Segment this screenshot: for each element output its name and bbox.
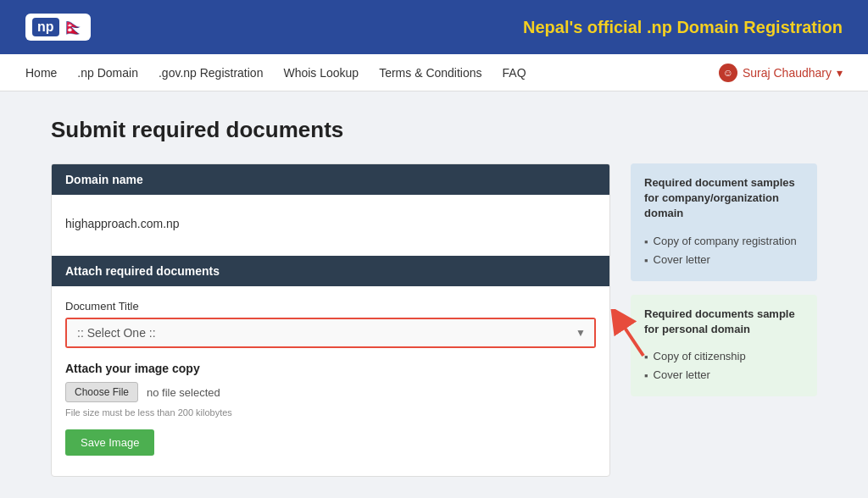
save-image-button[interactable]: Save Image: [65, 429, 154, 456]
domain-value: highapproach.com.np: [52, 208, 609, 239]
nav-whois-lookup[interactable]: Whois Lookup: [283, 66, 359, 80]
page-title: Submit required documents: [51, 117, 817, 143]
personal-box-title: Required documents sample for personal d…: [644, 307, 804, 337]
logo-flag: 🇳🇵: [63, 17, 84, 37]
nav-govnp-registration[interactable]: .gov.np Registration: [159, 66, 263, 80]
company-item-2: Cover letter: [644, 251, 804, 269]
nav-links: Home .np Domain .gov.np Registration Who…: [25, 66, 526, 80]
attach-image-section: Attach your image copy Choose File no fi…: [52, 348, 609, 456]
arrow-container: :: Select One :: ▼: [52, 318, 609, 348]
nav-terms-conditions[interactable]: Terms & Conditions: [379, 66, 481, 80]
content-area: Domain name highapproach.com.np Attach r…: [51, 163, 817, 477]
logo-box: np 🇳🇵: [25, 14, 91, 41]
user-menu[interactable]: ☺ Suraj Chaudhary ▾: [719, 64, 843, 82]
document-title-select[interactable]: :: Select One ::: [67, 319, 594, 346]
personal-items-list: Copy of citizenship Cover letter: [644, 347, 804, 385]
logo-np-text: np: [32, 18, 59, 36]
domain-name-section: Domain name highapproach.com.np: [52, 164, 609, 239]
attach-section-header: Attach required documents: [52, 256, 609, 286]
personal-item-1: Copy of citizenship: [644, 347, 804, 366]
domain-section-header: Domain name: [52, 164, 609, 195]
personal-info-box: Required documents sample for personal d…: [631, 295, 817, 396]
site-header: np 🇳🇵 Nepal's official .np Domain Regist…: [0, 0, 868, 54]
svg-line-1: [618, 318, 643, 356]
user-name: Suraj Chaudhary: [743, 66, 832, 80]
nav-faq[interactable]: FAQ: [503, 66, 526, 80]
main-content: Submit required documents Domain name hi…: [0, 91, 868, 498]
site-title: Nepal's official .np Domain Registration: [523, 18, 843, 37]
company-box-title: Required document samples for company/or…: [644, 175, 804, 222]
red-arrow-indicator: [609, 309, 652, 360]
attach-section: Attach required documents Document Title…: [52, 256, 609, 456]
navbar: Home .np Domain .gov.np Registration Who…: [0, 54, 868, 91]
file-size-note: File size must be less than 200 kilobyte…: [65, 407, 596, 418]
form-section: Domain name highapproach.com.np Attach r…: [51, 163, 610, 477]
company-items-list: Copy of company registration Cover lette…: [644, 232, 804, 269]
doc-title-label: Document Title: [52, 300, 609, 313]
sidebar: Required document samples for company/or…: [631, 163, 817, 477]
logo-area: np 🇳🇵: [25, 14, 91, 41]
file-input-row: Choose File no file selected: [65, 382, 596, 402]
nav-np-domain[interactable]: .np Domain: [77, 66, 138, 80]
document-select-wrapper: :: Select One :: ▼: [65, 318, 596, 348]
attach-image-title: Attach your image copy: [65, 362, 596, 375]
company-item-1: Copy of company registration: [644, 232, 804, 251]
personal-item-2: Cover letter: [644, 366, 804, 385]
choose-file-button[interactable]: Choose File: [65, 382, 138, 402]
user-icon: ☺: [719, 64, 737, 82]
nav-home[interactable]: Home: [25, 66, 57, 80]
company-info-box: Required document samples for company/or…: [631, 163, 817, 281]
no-file-label: no file selected: [147, 386, 220, 399]
user-dropdown-arrow: ▾: [837, 66, 843, 80]
